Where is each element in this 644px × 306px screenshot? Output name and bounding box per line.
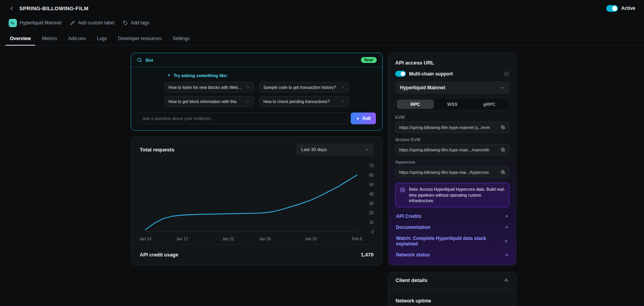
- endpoint-url-hypercore: https://spring-billowing-film.hype-mai..…: [395, 166, 509, 178]
- add-custom-label-text: Add custom label: [78, 20, 114, 26]
- add-custom-label-button[interactable]: Add custom label: [70, 20, 114, 26]
- api-credit-usage-value: 1,470: [361, 252, 374, 258]
- multichain-toggle[interactable]: [395, 71, 406, 77]
- connection-icon[interactable]: [503, 278, 509, 283]
- x-axis-tick: Jan 17: [176, 237, 188, 241]
- top-bar: SPRING-BILLOWING-FILM Active: [0, 0, 644, 17]
- play-icon: [504, 239, 509, 243]
- y-axis-tick: 70: [369, 164, 374, 168]
- bot-suggestion-1[interactable]: How to listen for new blocks with WebSoc…: [164, 82, 254, 93]
- suggestion-label: How to listen for new blocks with WebSoc…: [168, 85, 243, 90]
- chevron-right-icon: [341, 85, 345, 89]
- beta-arrow-icon: [400, 187, 405, 193]
- x-axis-tick: Jan 22: [222, 237, 234, 241]
- endpoint-label-hypercore: Hypercore: [395, 160, 509, 164]
- link-documentation[interactable]: Documentation: [395, 222, 509, 233]
- copy-button[interactable]: [500, 147, 505, 152]
- endpoint-url-text: https://spring-billowing-film.hype-mainn…: [399, 125, 490, 130]
- bot-icon: [137, 57, 142, 63]
- endpoint-url-text: https://spring-billowing-film.hype-main.…: [399, 147, 489, 152]
- client-details-title: Client details: [396, 277, 427, 283]
- add-tags-button[interactable]: Add tags: [123, 20, 149, 26]
- endpoint-url-archive-evm: https://spring-billowing-film.hype-main.…: [395, 144, 509, 155]
- endpoint-meta-bar: Hyperliquid Mainnet Add custom label Add…: [0, 17, 644, 28]
- bot-suggestion-2[interactable]: Sample code to get transaction history?: [259, 82, 349, 93]
- active-toggle[interactable]: [606, 5, 618, 12]
- protocol-segmented-control: RPC WSS gRPC: [395, 98, 509, 111]
- y-axis-tick: 20: [369, 211, 374, 215]
- pencil-icon: [70, 20, 75, 26]
- tab-developer-resources[interactable]: Developer resources: [114, 32, 166, 46]
- link-network-status[interactable]: Network status: [395, 249, 509, 260]
- ask-input[interactable]: [137, 112, 348, 124]
- requests-chart: 010203040506070Jan 13Jan 17Jan 22Jan 26J…: [140, 159, 374, 241]
- tab-add-ons[interactable]: Add-ons: [64, 32, 90, 46]
- new-badge: New!: [361, 57, 377, 63]
- api-access-title: API access URL: [395, 60, 509, 66]
- chevron-down-icon: [365, 147, 369, 152]
- link-label: Network status: [396, 252, 430, 258]
- client-details-card: Client details Network uptime View statu…: [388, 272, 516, 306]
- copy-button[interactable]: [500, 170, 505, 175]
- x-axis-tick: Jan 13: [139, 237, 151, 241]
- copy-button[interactable]: [500, 125, 505, 130]
- multichain-row: Multi-chain support: [395, 71, 509, 77]
- back-button[interactable]: [9, 6, 15, 11]
- ask-button-label: Ask: [362, 116, 371, 121]
- external-link-icon: [504, 225, 509, 230]
- range-select-value: Last 30 days: [301, 147, 327, 152]
- protocol-tab-rpc[interactable]: RPC: [397, 100, 434, 109]
- endpoint-label-evm: EVM: [395, 115, 509, 120]
- y-axis-tick: 50: [369, 182, 374, 187]
- tag-icon: [123, 20, 128, 26]
- tab-metrics[interactable]: Metrics: [37, 32, 61, 46]
- suggest-heading: Try asking something like:: [164, 73, 349, 78]
- network-select-value: Hyperliquid Mainnet: [400, 85, 445, 90]
- ask-button[interactable]: Ask: [351, 112, 376, 124]
- bot-suggestion-4[interactable]: How to check pending transactions?: [259, 96, 349, 107]
- y-axis-tick: 10: [369, 220, 374, 225]
- network-select[interactable]: Hyperliquid Mainnet: [395, 81, 509, 94]
- protocol-tab-wss[interactable]: WSS: [434, 100, 471, 109]
- x-axis-tick: Jan 26: [259, 237, 271, 241]
- tab-bar: Overview Metrics Add-ons Logs Developer …: [0, 32, 644, 46]
- bot-title: Bot: [146, 58, 153, 63]
- tab-overview[interactable]: Overview: [6, 32, 35, 46]
- external-link-icon: [504, 214, 509, 219]
- protocol-tab-grpc[interactable]: gRPC: [471, 100, 508, 109]
- x-axis-tick: Jan 31: [305, 237, 317, 241]
- y-axis-tick: 40: [369, 192, 374, 196]
- total-requests-card: Total requests Last 30 days 010203040506…: [131, 136, 383, 265]
- api-access-card: API access URL Multi-chain support Hyper…: [388, 53, 516, 265]
- network-chip: Hyperliquid Mainnet: [9, 19, 61, 27]
- link-api-credits[interactable]: API Credits: [395, 211, 509, 222]
- resource-links: API Credits Documentation Watch: Complet…: [395, 211, 509, 260]
- link-label: Documentation: [396, 225, 430, 230]
- add-tags-text: Add tags: [131, 20, 149, 26]
- api-credit-usage-label: API credit usage: [140, 252, 178, 258]
- endpoint-url-evm: https://spring-billowing-film.hype-mainn…: [395, 122, 509, 133]
- tab-logs[interactable]: Logs: [93, 32, 111, 46]
- external-link-icon: [504, 253, 509, 257]
- range-select[interactable]: Last 30 days: [296, 144, 374, 155]
- suggestion-label: How to get block information with this: [168, 99, 237, 104]
- tab-settings[interactable]: Settings: [168, 32, 194, 46]
- suggestion-grid: How to listen for new blocks with WebSoc…: [164, 82, 349, 107]
- sparkle-icon: [167, 73, 171, 78]
- info-icon[interactable]: [504, 71, 509, 77]
- page-title: SPRING-BILLOWING-FILM: [19, 6, 89, 11]
- y-axis-tick: 0: [371, 230, 374, 234]
- suggestion-label: How to check pending transactions?: [263, 99, 330, 104]
- network-name: Hyperliquid Mainnet: [20, 20, 61, 26]
- y-axis-tick: 60: [369, 173, 374, 177]
- chevron-down-icon: [500, 86, 505, 90]
- link-watch-video[interactable]: Watch: Complete Hyperliquid data stack e…: [395, 233, 509, 249]
- y-axis-tick: 30: [369, 201, 374, 206]
- link-label: Watch: Complete Hyperliquid data stack e…: [396, 236, 504, 247]
- bot-suggestion-3[interactable]: How to get block information with this: [164, 96, 254, 107]
- copy-icon: [500, 170, 505, 175]
- main-content: Bot New! Try asking something like: How …: [0, 46, 644, 306]
- bot-card: Bot New! Try asking something like: How …: [131, 53, 383, 131]
- active-status-label: Active: [621, 6, 635, 11]
- multichain-label: Multi-chain support: [409, 71, 453, 77]
